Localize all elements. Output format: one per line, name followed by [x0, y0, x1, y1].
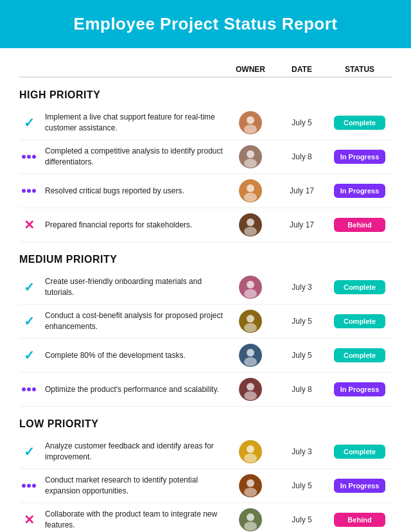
- svg-point-25: [247, 445, 254, 453]
- table-row: ✕ Prepared financial reports for stakeho…: [19, 208, 392, 242]
- avatar: [239, 145, 262, 168]
- svg-point-23: [244, 391, 257, 400]
- task-text: Optimize the product's performance and s…: [45, 384, 219, 395]
- svg-point-1: [247, 116, 254, 124]
- task-status-icon: [19, 155, 39, 159]
- table-row: ✓ Analyze customer feedback and identify…: [19, 435, 392, 469]
- status-badge: Complete: [334, 348, 385, 362]
- status-cell: In Progress: [328, 382, 392, 396]
- task-status-icon: ✓: [19, 348, 39, 363]
- task-left: ✓ Complete 80% of the development tasks.: [19, 348, 225, 363]
- task-left: ✓ Implement a live chat support feature …: [19, 112, 225, 134]
- task-date: July 17: [276, 186, 328, 195]
- task-date: July 8: [276, 152, 328, 161]
- table-row: ✓ Complete 80% of the development tasks.…: [19, 339, 392, 373]
- avatar: [239, 111, 262, 134]
- avatar: [239, 179, 262, 202]
- task-text: Completed a competitive analysis to iden…: [45, 146, 225, 168]
- task-left: ✓ Analyze customer feedback and identify…: [19, 441, 225, 463]
- status-cell: In Progress: [328, 479, 392, 493]
- col-task: [51, 65, 225, 74]
- svg-point-16: [247, 315, 254, 323]
- task-left: ✕ Prepared financial reports for stakeho…: [19, 217, 225, 233]
- avatar: [239, 378, 262, 401]
- task-status-icon: ✓: [19, 115, 39, 130]
- status-badge: Complete: [334, 280, 385, 294]
- svg-point-26: [244, 454, 257, 463]
- svg-point-4: [247, 150, 254, 158]
- col-owner: OWNER: [225, 65, 276, 74]
- avatar: [239, 276, 262, 299]
- table-row: Conduct market research to identify pote…: [19, 469, 392, 503]
- report-title: Employee Project Status Report: [13, 14, 398, 34]
- svg-point-17: [244, 323, 257, 332]
- svg-point-2: [244, 125, 257, 134]
- avatar: [239, 474, 262, 497]
- svg-point-11: [244, 227, 257, 236]
- report-header: Employee Project Status Report: [0, 0, 411, 48]
- section-title: HIGH PRIORITY: [19, 89, 392, 101]
- status-cell: Complete: [328, 445, 392, 459]
- task-left: ✓ Create user-friendly onboarding materi…: [19, 276, 225, 298]
- svg-point-29: [244, 488, 257, 497]
- table-row: Completed a competitive analysis to iden…: [19, 140, 392, 174]
- task-status-icon: ✕: [19, 512, 39, 528]
- avatar: [239, 310, 262, 333]
- status-badge: In Progress: [334, 150, 386, 164]
- status-badge: Behind: [334, 218, 385, 232]
- svg-point-8: [244, 193, 257, 202]
- task-left: ✕ Collaborate with the product team to i…: [19, 509, 225, 531]
- task-left: Resolved critical bugs reported by users…: [19, 186, 225, 197]
- task-text: Resolved critical bugs reported by users…: [45, 186, 184, 197]
- task-date: July 5: [276, 118, 328, 127]
- svg-point-22: [247, 383, 254, 391]
- svg-point-31: [247, 513, 254, 521]
- task-status-icon: [19, 189, 39, 193]
- task-left: Optimize the product's performance and s…: [19, 384, 225, 395]
- svg-point-28: [247, 479, 254, 487]
- svg-point-13: [247, 281, 254, 288]
- check-icon: ✓: [24, 444, 35, 459]
- status-cell: Complete: [328, 280, 392, 294]
- task-status-icon: ✓: [19, 314, 39, 329]
- col-date: DATE: [276, 65, 328, 74]
- status-cell: Complete: [328, 116, 392, 130]
- status-cell: Behind: [328, 513, 392, 527]
- avatar: [239, 344, 262, 367]
- task-status-icon: [19, 484, 39, 488]
- table-header: OWNER DATE STATUS: [19, 61, 392, 78]
- table-row: ✓ Implement a live chat support feature …: [19, 106, 392, 140]
- task-date: July 17: [276, 220, 328, 229]
- status-cell: Complete: [328, 314, 392, 328]
- task-text: Conduct a cost-benefit analysis for prop…: [45, 310, 225, 332]
- status-badge: Complete: [334, 445, 385, 459]
- task-date: July 5: [276, 351, 328, 360]
- task-date: July 5: [276, 317, 328, 326]
- col-status: STATUS: [328, 65, 392, 74]
- svg-point-14: [244, 289, 257, 298]
- table-row: Resolved critical bugs reported by users…: [19, 174, 392, 208]
- check-icon: ✓: [24, 314, 35, 329]
- task-left: Completed a competitive analysis to iden…: [19, 146, 225, 168]
- table-row: ✕ Collaborate with the product team to i…: [19, 503, 392, 532]
- status-cell: Complete: [328, 348, 392, 362]
- dots-icon: [22, 484, 36, 488]
- dots-icon: [22, 387, 36, 391]
- report-body: OWNER DATE STATUS HIGH PRIORITY ✓ Implem…: [0, 48, 411, 532]
- table-row: Optimize the product's performance and s…: [19, 373, 392, 407]
- status-badge: Complete: [334, 116, 385, 130]
- status-badge: In Progress: [334, 184, 386, 198]
- table-row: ✓ Conduct a cost-benefit analysis for pr…: [19, 305, 392, 339]
- task-left: ✓ Conduct a cost-benefit analysis for pr…: [19, 310, 225, 332]
- task-text: Implement a live chat support feature fo…: [45, 112, 225, 134]
- avatar: [239, 440, 262, 463]
- task-date: July 3: [276, 447, 328, 456]
- svg-point-32: [244, 522, 257, 531]
- report-container: Employee Project Status Report OWNER DAT…: [0, 0, 411, 532]
- dots-icon: [22, 155, 36, 159]
- dots-icon: [22, 189, 36, 193]
- status-cell: Behind: [328, 218, 392, 232]
- check-icon: ✓: [24, 279, 35, 295]
- svg-point-19: [247, 349, 254, 357]
- svg-point-20: [244, 357, 257, 366]
